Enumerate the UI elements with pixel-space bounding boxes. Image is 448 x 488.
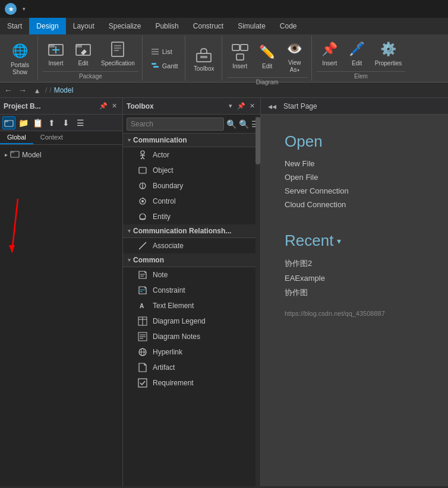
tree-item-model[interactable]: ▸ Model [0, 147, 122, 162]
edit-package-button[interactable]: Edit [70, 37, 96, 69]
menu-design[interactable]: Design [29, 18, 65, 34]
panel-header-actions: 📌 ✕ [99, 102, 119, 111]
breadcrumb-model[interactable]: Model [54, 86, 74, 94]
tab-global[interactable]: Global [0, 131, 33, 144]
menu-code[interactable]: Code [273, 18, 304, 34]
start-page-url[interactable]: https://blog.csdn.net/qq_43508887 [285, 310, 424, 317]
list-button[interactable]: List [147, 45, 175, 58]
toolbox-item-associate[interactable]: Associate [123, 238, 260, 253]
associate-label: Associate [153, 242, 184, 250]
gantt-button[interactable]: Gantt [147, 59, 181, 72]
server-connection-link[interactable]: Server Connection [285, 186, 424, 195]
forward-button[interactable]: → [17, 84, 29, 96]
toolbox-item-constraint[interactable]: Constraint [123, 283, 260, 298]
menu-publish[interactable]: Publish [148, 18, 185, 34]
menu-specialize[interactable]: Specialize [102, 18, 149, 34]
up-button[interactable]: ▴ [31, 84, 43, 96]
recent-item-2[interactable]: 协作图 [285, 287, 424, 298]
toolbar-btn-menu[interactable]: ☰ [74, 116, 87, 129]
toolbar-btn-package[interactable] [2, 116, 15, 129]
open-file-link[interactable]: Open File [285, 173, 424, 182]
toolbar-btn-folder[interactable]: 📁 [17, 116, 30, 129]
section-communication[interactable]: ▾ Communication [123, 134, 260, 147]
ribbon-group-portals: 🌐 Portals Show [2, 36, 38, 81]
properties-label: Properties [375, 60, 402, 67]
recent-section-title: Recent ▾ [285, 232, 424, 250]
toolbar-btn-up[interactable]: ⬆ [45, 116, 58, 129]
toolbox-item-hyperlink[interactable]: Hyperlink [123, 344, 260, 360]
toolbox-item-note[interactable]: Note [123, 267, 260, 283]
project-browser-title: Project B... [4, 102, 41, 110]
svg-text:A: A [140, 303, 144, 309]
insert-diagram-button[interactable]: Insert [227, 40, 253, 72]
toolbox-item-control[interactable]: Control [123, 194, 260, 209]
diagram-legend-icon [137, 316, 148, 327]
section-common[interactable]: ▾ Common [123, 253, 260, 267]
boundary-label: Boundary [153, 182, 183, 190]
portals-button[interactable]: 🌐 Portals Show [7, 39, 33, 78]
start-page-tab[interactable]: Start Page [283, 102, 317, 110]
edit-diagram-button[interactable]: ✏️ Edit [254, 40, 280, 72]
logo-dropdown-arrow[interactable]: ▾ [23, 6, 26, 12]
cloud-connection-link[interactable]: Cloud Connection [285, 200, 424, 209]
insert-element-button[interactable]: 📌 Insert [317, 37, 343, 69]
menu-simulate[interactable]: Simulate [231, 18, 273, 34]
viewas-button[interactable]: 👁️ ViewAs▾ [282, 37, 308, 76]
back-button[interactable]: ← [2, 84, 14, 96]
menu-layout[interactable]: Layout [66, 18, 102, 34]
specification-icon [108, 40, 127, 59]
ribbon-group-element: 📌 Insert 🖊️ Edit ⚙️ Properties Elem [313, 36, 409, 81]
constraint-icon [137, 285, 148, 296]
section-comm-rel[interactable]: ▾ Communication Relationsh... [123, 224, 260, 238]
svg-rect-17 [232, 45, 239, 50]
toolbox-item-text-element[interactable]: A Text Element [123, 298, 260, 313]
search-icon[interactable]: 🔍 [226, 118, 236, 131]
insert-package-button[interactable]: Insert [43, 37, 69, 69]
recent-item-0[interactable]: 协作图2 [285, 258, 424, 269]
section-common-label: Common [133, 256, 164, 264]
toolbox-item-diagram-legend[interactable]: Diagram Legend [123, 313, 260, 329]
entity-icon [137, 211, 148, 222]
toolbox-item-diagram-notes[interactable]: Diagram Notes [123, 329, 260, 344]
search-options-icon[interactable]: 🔍 [239, 118, 249, 131]
object-label: Object [153, 166, 173, 175]
toolbox-scrollbar[interactable] [255, 117, 260, 486]
recent-item-1[interactable]: EAExample [285, 274, 424, 283]
toolbox-item-boundary[interactable]: Boundary [123, 178, 260, 194]
toolbox-item-entity[interactable]: Entity [123, 209, 260, 224]
nav-bar: ← → ▴ / / Model [0, 83, 448, 98]
toolbox-menu-icon[interactable]: ▾ [226, 102, 235, 111]
new-file-link[interactable]: New File [285, 159, 424, 168]
menu-start[interactable]: Start [0, 18, 29, 34]
svg-rect-55 [138, 379, 147, 387]
menu-construct[interactable]: Construct [186, 18, 231, 34]
toolbox-header-actions: ▾ 📌 ✕ [226, 102, 257, 111]
tab-context[interactable]: Context [33, 131, 70, 144]
properties-button[interactable]: ⚙️ Properties [371, 37, 406, 69]
toolbox-close-button[interactable]: ✕ [247, 102, 257, 111]
edit-element-button[interactable]: 🖊️ Edit [344, 37, 370, 69]
app-logo: ★ [5, 3, 17, 15]
package-label: Package [43, 71, 138, 81]
toolbar-btn-list[interactable]: 📋 [31, 116, 44, 129]
toolbox-item-actor[interactable]: Actor [123, 147, 260, 163]
close-panel-button[interactable]: ✕ [109, 102, 119, 111]
text-element-label: Text Element [153, 302, 194, 310]
ribbon-group-toolbox: Toolbox [187, 36, 222, 81]
toolbox-item-object[interactable]: Object [123, 163, 260, 178]
toolbox-button[interactable]: Toolbox [190, 43, 217, 75]
toolbar-btn-down[interactable]: ⬇ [59, 116, 72, 129]
collapse-panels-button[interactable]: ◂◂ [266, 100, 279, 113]
toolbox-header: Toolbox ▾ 📌 ✕ [123, 98, 260, 115]
toolbox-scrollbar-thumb[interactable] [255, 117, 260, 164]
svg-rect-1 [49, 45, 55, 47]
toolbox-search-input[interactable] [127, 118, 224, 131]
specification-button[interactable]: Specification [97, 37, 138, 69]
toolbox-item-artifact[interactable]: Artifact [123, 360, 260, 375]
pin-panel-button[interactable]: 📌 [99, 102, 108, 111]
toolbox-item-requirement[interactable]: Requirement [123, 375, 260, 391]
viewas-icon: 👁️ [285, 39, 304, 58]
recent-dropdown-arrow[interactable]: ▾ [337, 236, 341, 246]
toolbox-pin-button[interactable]: 📌 [236, 102, 246, 111]
diagram-group-label: Diagram [227, 77, 308, 87]
